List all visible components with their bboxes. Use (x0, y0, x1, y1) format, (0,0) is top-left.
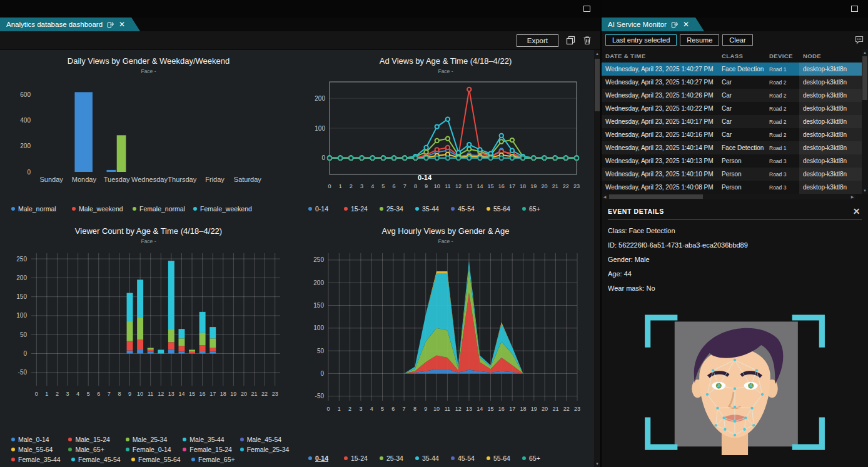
close-tab-icon[interactable]: ✕ (119, 21, 125, 28)
dashboard-toolbar: Export (0, 31, 600, 50)
legend-item[interactable]: 55-64 (487, 454, 522, 462)
popout-icon[interactable] (671, 21, 679, 28)
legend-item[interactable]: 55-64 (487, 205, 522, 213)
cell-datetime: Wednesday, April 23, 2025 1:40:26 PM (605, 92, 722, 99)
legend-item[interactable]: 65+ (522, 454, 558, 462)
column-header-class[interactable]: CLASS (722, 53, 769, 59)
scroll-down-icon[interactable]: ▼ (594, 460, 600, 467)
legend-item[interactable]: Male_55-64 (11, 446, 68, 453)
table-row[interactable]: Wednesday, April 23, 2025 1:40:08 PMPers… (602, 181, 862, 194)
scroll-up-icon[interactable]: ▲ (862, 49, 868, 56)
cell-class: Person (722, 171, 769, 178)
table-rows: Wednesday, April 23, 2025 1:40:27 PMFace… (602, 63, 862, 194)
column-header-node[interactable]: NODE (799, 53, 862, 59)
legend-item[interactable]: 35-44 (415, 454, 451, 462)
feedback-icon[interactable] (854, 35, 864, 45)
svg-text:19: 19 (530, 183, 537, 189)
legend-item[interactable]: Female_45-54 (71, 456, 131, 463)
chart-title: Viewer Count by Age & Time (4/18–4/22) (75, 226, 222, 236)
svg-text:200: 200 (313, 279, 324, 286)
copy-icon[interactable] (566, 36, 575, 45)
svg-text:200: 200 (315, 95, 325, 102)
legend-item[interactable]: 25-34 (380, 205, 415, 213)
legend-item[interactable]: Male_65+ (68, 446, 125, 453)
svg-text:11: 11 (148, 391, 153, 397)
table-horizontal-scrollbar[interactable]: ◀ ▶ (602, 194, 855, 199)
svg-text:1: 1 (339, 183, 342, 189)
resume-button[interactable]: Resume (680, 34, 719, 46)
legend-label: 25-34 (386, 205, 403, 213)
column-header-device[interactable]: DEVICE (769, 53, 799, 59)
svg-text:22: 22 (563, 183, 569, 189)
legend-item[interactable]: 65+ (522, 205, 558, 213)
legend-item[interactable]: 0-14 (308, 205, 344, 213)
legend-item[interactable]: Female_35-44 (11, 456, 71, 463)
legend-item[interactable]: Female_25-34 (240, 446, 297, 453)
last-entry-selected-button[interactable]: Last entry selected (605, 34, 677, 46)
scroll-down-icon[interactable]: ▼ (862, 187, 868, 194)
legend-item[interactable]: 35-44 (415, 205, 451, 213)
scroll-up-icon[interactable]: ▲ (594, 50, 600, 57)
close-details-icon[interactable]: ✕ (853, 207, 860, 216)
scroll-thumb[interactable] (862, 56, 867, 100)
svg-text:14: 14 (477, 183, 483, 189)
popout-icon[interactable] (107, 21, 114, 28)
table-row[interactable]: Wednesday, April 23, 2025 1:40:13 PMPers… (602, 154, 862, 168)
table-row[interactable]: Wednesday, April 23, 2025 1:40:16 PMCarR… (602, 128, 862, 141)
legend-item[interactable]: Male_25-34 (126, 436, 183, 443)
table-row[interactable]: Wednesday, April 23, 2025 1:40:22 PMCarR… (602, 102, 862, 115)
legend-item[interactable]: 45-54 (451, 454, 487, 462)
scroll-thumb[interactable] (595, 59, 600, 111)
table-row[interactable]: Wednesday, April 23, 2025 1:40:26 PMCarR… (602, 89, 862, 102)
table-row[interactable]: Wednesday, April 23, 2025 1:40:17 PMCarR… (602, 115, 862, 128)
legend-item[interactable]: Female_normal (133, 205, 193, 213)
chart-plot-viewer-count[interactable]: -500501001502002500123456789101112131415… (8, 246, 290, 403)
svg-text:20: 20 (240, 391, 246, 397)
legend-item[interactable]: 15-24 (344, 454, 380, 462)
scroll-right-icon[interactable]: ▶ (849, 194, 855, 199)
legend-item[interactable]: 25-34 (380, 454, 415, 462)
chart-legend: 0-1415-2425-3435-4445-5455-6465+ (297, 203, 594, 213)
svg-text:Sunday: Sunday (39, 176, 63, 183)
export-button[interactable]: Export (517, 34, 558, 47)
legend-item[interactable]: Male_45-54 (240, 436, 297, 443)
table-row[interactable]: Wednesday, April 23, 2025 1:40:10 PMPers… (602, 168, 862, 181)
legend-item[interactable]: Female_weekend (193, 205, 254, 213)
legend-dot-icon (68, 448, 72, 451)
chart-plot-avg-hourly[interactable]: -500501001502002500123456789101112131415… (305, 246, 587, 419)
maximize-icon[interactable] (851, 6, 858, 12)
column-header-datetime[interactable]: DATE & TIME (605, 53, 722, 59)
legend-item[interactable]: Female_65+ (191, 456, 251, 463)
clear-button[interactable]: Clear (722, 34, 752, 46)
close-tab-icon[interactable]: ✕ (683, 21, 689, 28)
legend-item[interactable]: 15-24 (344, 205, 380, 213)
legend-item[interactable]: Male_0-14 (11, 436, 68, 443)
svg-text:9: 9 (424, 406, 427, 412)
legend-label: Male_25-34 (133, 436, 167, 443)
legend-item[interactable]: Male_15-24 (68, 436, 125, 443)
tab-analytics-dashboard[interactable]: Analytics database dashboard ✕ (0, 18, 140, 31)
tab-ai-service-monitor[interactable]: AI Service Monitor ✕ (602, 18, 704, 31)
cell-node: desktop-k3ktl8n (799, 115, 862, 128)
svg-text:7: 7 (403, 183, 406, 189)
legend-item[interactable]: Male_weekend (72, 205, 133, 213)
legend-item[interactable]: Female_15-24 (183, 446, 240, 453)
legend-item[interactable]: 0-14 (308, 454, 344, 462)
scroll-left-icon[interactable]: ◀ (602, 194, 608, 199)
dashboard-scrollbar[interactable]: ▲ ▼ (594, 50, 600, 467)
table-row[interactable]: Wednesday, April 23, 2025 1:40:27 PMCarR… (602, 76, 862, 89)
legend-item[interactable]: Female_55-64 (131, 456, 191, 463)
maximize-icon[interactable] (583, 6, 590, 12)
legend-item[interactable]: 45-54 (451, 205, 487, 213)
chart-plot-daily-views[interactable]: 0200400600SundayMondayTuesdayWednesdayTh… (5, 76, 293, 192)
table-vertical-scrollbar[interactable]: ▲ ▼ (862, 49, 868, 194)
legend-item[interactable]: Female_0-14 (126, 446, 183, 453)
table-row[interactable]: Wednesday, April 23, 2025 1:40:27 PMFace… (602, 63, 862, 76)
trash-icon[interactable] (583, 36, 592, 45)
legend-item[interactable]: Male_35-44 (183, 436, 240, 443)
table-row[interactable]: Wednesday, April 23, 2025 1:40:14 PMFace… (602, 141, 862, 154)
scroll-thumb[interactable] (609, 194, 703, 199)
chart-plot-ad-views[interactable]: 0100200012345678910111213141516171819202… (303, 76, 588, 201)
right-tabrow: AI Service Monitor ✕ (602, 18, 868, 31)
legend-item[interactable]: Male_normal (11, 205, 72, 213)
